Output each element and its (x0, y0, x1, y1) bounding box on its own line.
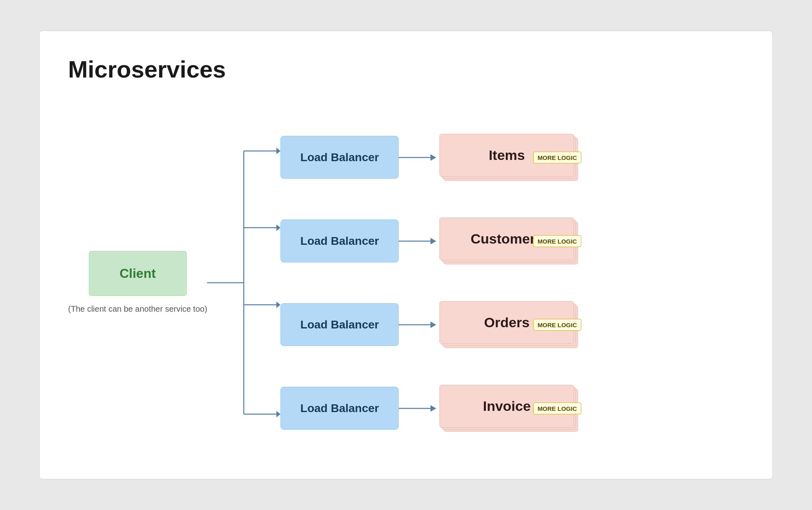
page-title: Microservices (68, 55, 744, 83)
svg-marker-17 (430, 405, 436, 412)
lb-box-customers: Load Balancer (280, 220, 399, 262)
client-label: Client (119, 266, 156, 281)
svg-marker-7 (276, 302, 280, 308)
svg-marker-13 (430, 238, 436, 244)
client-section: Client (The client can be another servic… (68, 251, 207, 315)
svg-marker-3 (276, 148, 280, 154)
right-section: Load Balancer Items MORE LOGIC (280, 107, 744, 458)
service-label-items: Items (489, 147, 525, 163)
client-box: Client (89, 251, 187, 296)
service-label-invoice: Invoice (483, 398, 531, 414)
diagram: Client (The client can be another servic… (68, 107, 744, 458)
connector-area (207, 107, 280, 458)
more-logic-badge-customers: MORE LOGIC (533, 235, 582, 247)
lb-box-invoice: Load Balancer (280, 387, 399, 430)
lb-label-orders: Load Balancer (300, 318, 379, 331)
more-logic-badge-invoice: MORE LOGIC (533, 402, 582, 414)
arrow-invoice (399, 402, 439, 415)
service-stack-orders: Orders MORE LOGIC (439, 301, 578, 348)
service-stack-items: Items MORE LOGIC (439, 134, 578, 181)
row-invoice: Load Balancer Invoice MORE LOGIC (280, 382, 744, 435)
svg-marker-15 (430, 322, 436, 328)
lb-label-customers: Load Balancer (300, 235, 379, 248)
service-label-customers: Customers (470, 231, 543, 247)
connector-svg (207, 107, 280, 458)
arrow-orders (399, 319, 439, 331)
service-label-orders: Orders (484, 315, 530, 330)
service-stack-invoice: Invoice MORE LOGIC (439, 385, 578, 432)
row-orders: Load Balancer Orders MORE LOGIC (280, 298, 744, 351)
row-customers: Load Balancer Customers MORE LOGIC (280, 215, 744, 268)
lb-label-invoice: Load Balancer (300, 402, 379, 415)
svg-marker-11 (430, 154, 436, 161)
svg-marker-9 (276, 411, 280, 417)
service-stack-customers: Customers MORE LOGIC (439, 217, 578, 264)
svg-marker-5 (276, 224, 280, 231)
lb-box-orders: Load Balancer (280, 303, 399, 346)
lb-label-items: Load Balancer (300, 151, 379, 164)
more-logic-badge-items: MORE LOGIC (533, 151, 582, 163)
arrow-customers (399, 235, 439, 247)
slide: Microservices Client (The client can be … (39, 31, 773, 479)
arrow-items (399, 151, 439, 164)
row-items: Load Balancer Items MORE LOGIC (280, 131, 744, 184)
client-note: (The client can be another service too) (68, 303, 207, 315)
more-logic-badge-orders: MORE LOGIC (533, 319, 582, 330)
lb-box-items: Load Balancer (280, 136, 399, 179)
